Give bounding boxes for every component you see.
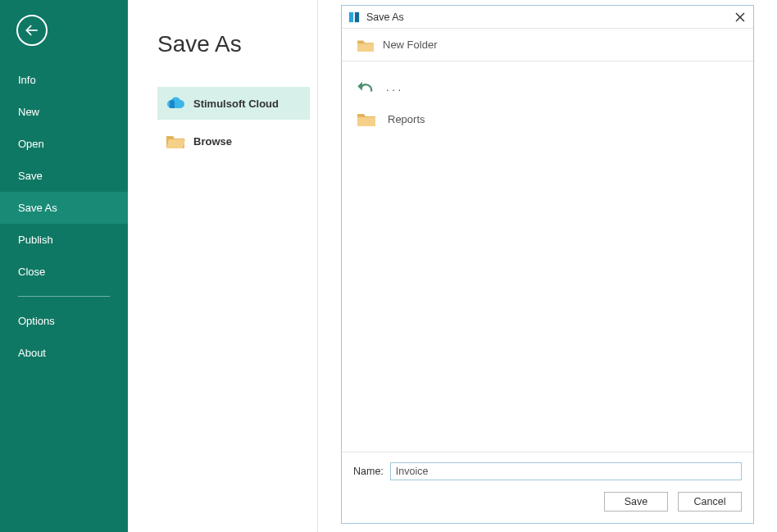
cancel-button[interactable]: Cancel <box>678 492 742 512</box>
location-label: Stimulsoft Cloud <box>193 98 279 110</box>
dialog-footer: Name: Save Cancel <box>342 452 753 523</box>
sidebar-item-new[interactable]: New <box>0 96 128 128</box>
folder-row[interactable]: Reports <box>357 106 738 132</box>
undo-icon <box>357 80 375 94</box>
dialog-title: Save As <box>366 11 734 23</box>
dialog-body: . . . Reports <box>342 61 753 452</box>
app-icon <box>348 11 360 23</box>
close-button[interactable] <box>734 11 747 24</box>
back-button[interactable] <box>16 15 48 46</box>
save-button[interactable]: Save <box>604 492 668 512</box>
sidebar-item-save[interactable]: Save <box>0 160 128 192</box>
sidebar-item-save-as[interactable]: Save As <box>0 192 128 224</box>
new-folder-button[interactable]: New Folder <box>342 29 753 61</box>
svg-rect-2 <box>355 11 359 21</box>
folder-icon <box>357 38 375 52</box>
folder-label: Reports <box>388 113 425 125</box>
name-label: Name: <box>353 466 384 477</box>
location-panel: Save As Stimulsoft Cloud Browse <box>128 0 318 532</box>
page-title: Save As <box>157 31 317 57</box>
close-icon <box>735 12 745 22</box>
go-up-label: . . . <box>386 81 401 93</box>
new-folder-label: New Folder <box>383 39 437 51</box>
folder-open-icon <box>166 133 185 149</box>
sidebar-item-info[interactable]: Info <box>0 64 128 96</box>
sidebar-item-about[interactable]: About <box>0 337 128 369</box>
dialog-wrap: Save As New Folder <box>318 0 777 532</box>
svg-rect-1 <box>349 11 353 21</box>
sidebar-item-publish[interactable]: Publish <box>0 224 128 256</box>
save-dialog: Save As New Folder <box>341 5 754 524</box>
arrow-left-icon <box>24 22 40 39</box>
sidebar-divider <box>18 296 110 297</box>
sidebar-item-open[interactable]: Open <box>0 128 128 160</box>
go-up-row[interactable]: . . . <box>357 75 738 99</box>
sidebar-item-options[interactable]: Options <box>0 305 128 337</box>
sidebar: Info New Open Save Save As Publish Close… <box>0 0 128 532</box>
location-browse[interactable]: Browse <box>157 125 310 157</box>
dialog-titlebar: Save As <box>342 6 753 29</box>
location-label: Browse <box>193 135 232 148</box>
filename-input[interactable] <box>390 462 742 480</box>
location-stimulsoft-cloud[interactable]: Stimulsoft Cloud <box>157 87 310 120</box>
cloud-icon <box>166 96 185 111</box>
folder-icon <box>357 111 376 127</box>
sidebar-item-close[interactable]: Close <box>0 256 128 288</box>
